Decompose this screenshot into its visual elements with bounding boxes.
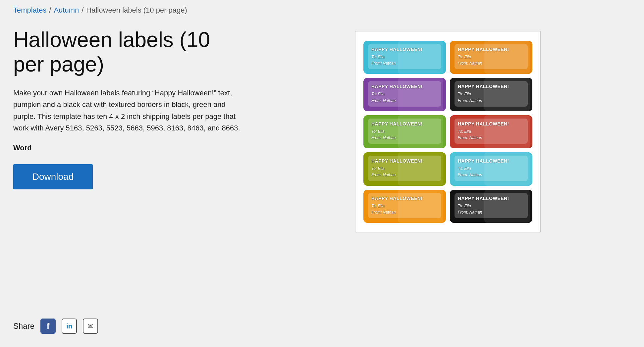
label-inner: HAPPY HALLOWEEN! To: EllaFrom: Nathan bbox=[368, 44, 441, 69]
label-card: HAPPY HALLOWEEN! To: EllaFrom: Nathan bbox=[363, 41, 446, 74]
label-card: HAPPY HALLOWEEN! To: EllaFrom: Nathan bbox=[363, 152, 446, 185]
download-button[interactable]: Download bbox=[13, 164, 93, 189]
right-panel: HAPPY HALLOWEEN! To: EllaFrom: Nathan HA… bbox=[265, 28, 631, 334]
label-title: HAPPY HALLOWEEN! bbox=[371, 196, 438, 201]
description: Make your own Halloween labels featuring… bbox=[13, 87, 245, 134]
content-area: Halloween labels (10 per page) Make your… bbox=[13, 28, 631, 334]
app-label: Word bbox=[13, 144, 245, 152]
label-card: HAPPY HALLOWEEN! To: EllaFrom: Nathan bbox=[450, 78, 532, 111]
label-to: To: EllaFrom: Nathan bbox=[458, 91, 524, 104]
breadcrumb-sep1: / bbox=[49, 6, 51, 15]
label-inner: HAPPY HALLOWEEN! To: EllaFrom: Nathan bbox=[455, 119, 528, 144]
label-inner: HAPPY HALLOWEEN! To: EllaFrom: Nathan bbox=[455, 193, 528, 218]
label-title: HAPPY HALLOWEEN! bbox=[458, 84, 524, 89]
linkedin-share-button[interactable]: in bbox=[62, 319, 77, 334]
label-to: To: EllaFrom: Nathan bbox=[458, 166, 524, 178]
label-inner: HAPPY HALLOWEEN! To: EllaFrom: Nathan bbox=[455, 44, 528, 69]
breadcrumb-templates-link[interactable]: Templates bbox=[13, 6, 46, 15]
label-inner: HAPPY HALLOWEEN! To: EllaFrom: Nathan bbox=[455, 81, 528, 106]
facebook-share-button[interactable]: f bbox=[40, 319, 56, 334]
label-to: To: EllaFrom: Nathan bbox=[458, 203, 524, 216]
breadcrumb-autumn-link[interactable]: Autumn bbox=[54, 6, 79, 15]
label-title: HAPPY HALLOWEEN! bbox=[458, 158, 524, 164]
page-wrapper: Templates / Autumn / Halloween labels (1… bbox=[0, 0, 644, 347]
label-inner: HAPPY HALLOWEEN! To: EllaFrom: Nathan bbox=[368, 156, 441, 181]
label-to: To: EllaFrom: Nathan bbox=[458, 128, 524, 141]
label-card: HAPPY HALLOWEEN! To: EllaFrom: Nathan bbox=[450, 115, 532, 148]
labels-preview: HAPPY HALLOWEEN! To: EllaFrom: Nathan HA… bbox=[355, 31, 541, 232]
labels-grid: HAPPY HALLOWEEN! To: EllaFrom: Nathan HA… bbox=[363, 41, 532, 223]
label-to: To: EllaFrom: Nathan bbox=[371, 54, 438, 67]
page-title: Halloween labels (10 per page) bbox=[13, 28, 245, 76]
label-title: HAPPY HALLOWEEN! bbox=[371, 121, 438, 126]
share-row: Share f in ✉ bbox=[13, 319, 245, 334]
label-to: To: EllaFrom: Nathan bbox=[371, 166, 438, 178]
label-to: To: EllaFrom: Nathan bbox=[458, 54, 524, 67]
breadcrumb-sep2: / bbox=[81, 6, 83, 15]
label-title: HAPPY HALLOWEEN! bbox=[371, 47, 438, 52]
label-to: To: EllaFrom: Nathan bbox=[371, 91, 438, 104]
label-title: HAPPY HALLOWEEN! bbox=[458, 47, 524, 52]
label-card: HAPPY HALLOWEEN! To: EllaFrom: Nathan bbox=[363, 115, 446, 148]
label-card: HAPPY HALLOWEEN! To: EllaFrom: Nathan bbox=[363, 78, 446, 111]
label-inner: HAPPY HALLOWEEN! To: EllaFrom: Nathan bbox=[455, 156, 528, 181]
label-card: HAPPY HALLOWEEN! To: EllaFrom: Nathan bbox=[450, 190, 532, 223]
label-to: To: EllaFrom: Nathan bbox=[371, 203, 438, 216]
breadcrumb: Templates / Autumn / Halloween labels (1… bbox=[13, 6, 631, 15]
label-to: To: EllaFrom: Nathan bbox=[371, 128, 438, 141]
share-label: Share bbox=[13, 322, 34, 331]
label-card: HAPPY HALLOWEEN! To: EllaFrom: Nathan bbox=[363, 190, 446, 223]
label-title: HAPPY HALLOWEEN! bbox=[371, 158, 438, 164]
breadcrumb-current: Halloween labels (10 per page) bbox=[86, 6, 187, 15]
label-title: HAPPY HALLOWEEN! bbox=[371, 84, 438, 89]
email-share-button[interactable]: ✉ bbox=[83, 319, 98, 334]
label-title: HAPPY HALLOWEEN! bbox=[458, 121, 524, 126]
label-title: HAPPY HALLOWEEN! bbox=[458, 196, 524, 201]
label-inner: HAPPY HALLOWEEN! To: EllaFrom: Nathan bbox=[368, 193, 441, 218]
label-card: HAPPY HALLOWEEN! To: EllaFrom: Nathan bbox=[450, 152, 532, 185]
label-inner: HAPPY HALLOWEEN! To: EllaFrom: Nathan bbox=[368, 81, 441, 106]
label-card: HAPPY HALLOWEEN! To: EllaFrom: Nathan bbox=[450, 41, 532, 74]
label-inner: HAPPY HALLOWEEN! To: EllaFrom: Nathan bbox=[368, 119, 441, 144]
left-panel: Halloween labels (10 per page) Make your… bbox=[13, 28, 245, 334]
